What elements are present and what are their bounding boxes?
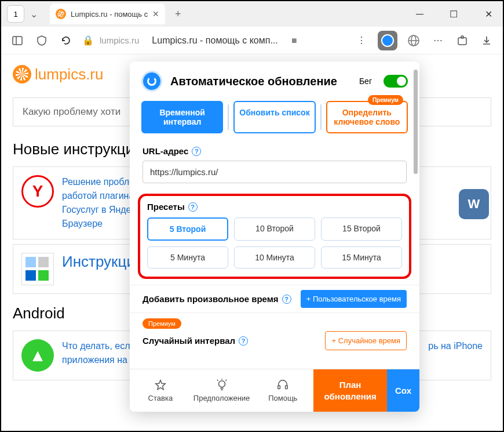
new-tab-button[interactable]: +	[170, 6, 186, 22]
tab-refresh-list[interactable]: Обновить список	[233, 101, 315, 133]
logo-text: lumpics.ru	[35, 66, 103, 84]
preset-15-minute[interactable]: 15 Минута	[321, 246, 402, 268]
popup-scrollbar[interactable]	[414, 70, 418, 174]
footer-save-button[interactable]: Сох	[387, 369, 419, 412]
globe-icon[interactable]	[406, 32, 422, 49]
extension-autorefresh-icon[interactable]	[378, 31, 397, 50]
address-bar: 🔒 lumpics.ru Lumpics.ru - помощь с комп.…	[1, 27, 503, 55]
url-box[interactable]: 🔒 lumpics.ru	[82, 35, 139, 46]
refresh-logo-icon	[141, 71, 162, 92]
preset-15-second[interactable]: 15 Второй	[321, 217, 402, 241]
help-icon[interactable]: ?	[282, 295, 291, 304]
lock-icon: 🔒	[82, 35, 94, 46]
tab-title: Lumpics.ru - помощь с	[71, 10, 148, 19]
browser-tabbar: 1 ⌄ Lumpics.ru - помощь с ✕ +	[2, 2, 416, 26]
footer-upgrade-plan[interactable]: План обновления	[313, 369, 387, 412]
footer-suggest[interactable]: Предположение	[191, 369, 253, 412]
svg-rect-9	[286, 386, 288, 389]
add-random-time-button[interactable]: + Случайное время	[325, 331, 407, 350]
svg-rect-5	[458, 38, 466, 45]
help-icon[interactable]: ?	[239, 336, 248, 346]
premium-badge: Премиум	[368, 95, 403, 105]
yandex-browser-icon: Y	[21, 175, 54, 208]
side-panel-icon[interactable]	[9, 32, 25, 49]
extensions-icon[interactable]	[454, 32, 470, 49]
vk-share-button[interactable]: W	[459, 189, 489, 219]
close-tab-icon[interactable]: ✕	[152, 9, 159, 19]
article-link-right[interactable]: рь на iPhone	[428, 339, 483, 353]
help-icon[interactable]: ?	[192, 147, 201, 156]
download-icon[interactable]	[479, 32, 495, 49]
popup-footer: Ставка Предположение Помощь План обновле…	[130, 369, 419, 412]
add-custom-time-button[interactable]: + Пользовательское время	[301, 290, 407, 308]
logo-icon	[13, 65, 31, 84]
premium-badge: Премиум	[143, 318, 181, 329]
run-label: Бег	[359, 77, 372, 86]
footer-suggest-label: Предположение	[193, 394, 250, 402]
random-interval-label: Случайный интервал	[143, 336, 235, 346]
lightbulb-icon	[216, 379, 228, 391]
tab-keyword-label: Определить ключевое слово	[334, 108, 400, 126]
android-icon: ▲	[21, 339, 54, 372]
preset-5-minute[interactable]: 5 Минута	[147, 246, 228, 268]
preset-5-second[interactable]: 5 Второй	[147, 217, 228, 241]
preset-10-minute[interactable]: 10 Минута	[234, 246, 315, 268]
browser-tab[interactable]: Lumpics.ru - помощь с ✕	[50, 3, 165, 24]
svg-rect-6	[461, 36, 463, 38]
tab-group-count[interactable]: 1	[7, 5, 24, 23]
tab-keyword[interactable]: Премиум Определить ключевое слово	[326, 101, 408, 133]
help-icon[interactable]: ?	[188, 202, 198, 212]
url-label: URL-адрес	[143, 146, 188, 156]
footer-rate-label: Ставка	[148, 394, 173, 402]
tab-group-chevron-icon[interactable]: ⌄	[27, 9, 41, 20]
url-input[interactable]: https://lumpics.ru/	[143, 161, 407, 183]
url-page-title: Lumpics.ru - помощь с комп...	[152, 35, 277, 46]
footer-rate[interactable]: Ставка	[130, 369, 191, 412]
popup-title: Автоматическое обновление	[170, 75, 351, 88]
tab-interval[interactable]: Временной интервал	[141, 101, 223, 133]
presets-highlight: Пресеты? 5 Второй 10 Второй 15 Второй 5 …	[138, 194, 411, 279]
custom-time-label: Добавить произвольное время	[143, 294, 279, 304]
footer-help[interactable]: Помощь	[252, 369, 313, 412]
headset-icon	[276, 379, 289, 391]
preset-10-second[interactable]: 10 Второй	[234, 217, 315, 241]
presets-label: Пресеты	[147, 202, 185, 212]
run-toggle[interactable]	[384, 75, 408, 88]
url-domain: lumpics.ru	[100, 35, 139, 45]
footer-help-label: Помощь	[268, 394, 297, 402]
maximize-button[interactable]: ☐	[445, 5, 462, 23]
svg-rect-8	[278, 386, 280, 389]
kebab-menu-icon[interactable]: ⋮	[353, 32, 370, 49]
favicon-icon	[56, 9, 66, 19]
bookmark-icon[interactable]: ■	[286, 32, 302, 49]
svg-rect-0	[13, 37, 22, 45]
close-window-button[interactable]: ✕	[480, 5, 497, 23]
reload-icon[interactable]	[58, 32, 74, 49]
star-icon	[154, 379, 167, 391]
apps-grid-icon	[21, 253, 54, 285]
extension-popup: Автоматическое обновление Бег Временной …	[130, 61, 419, 412]
svg-point-7	[218, 381, 225, 387]
shield-icon[interactable]	[34, 32, 50, 49]
more-menu-icon[interactable]: ⋯	[430, 32, 446, 49]
